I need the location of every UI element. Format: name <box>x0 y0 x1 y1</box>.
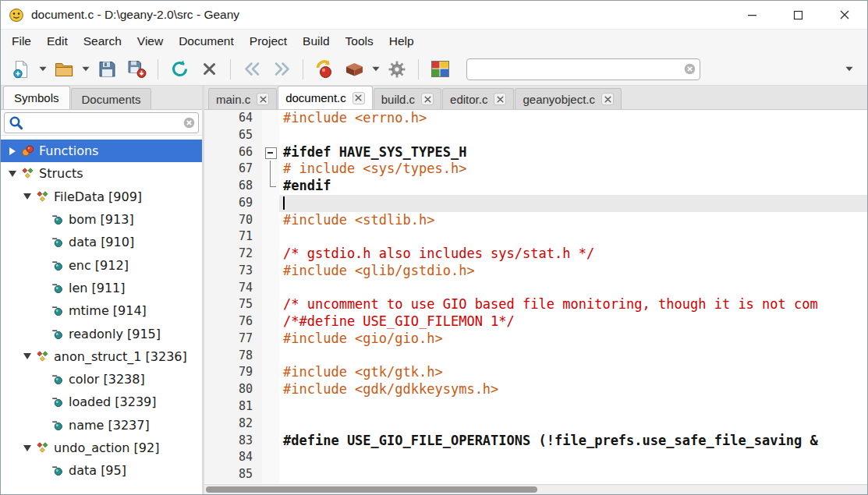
title-bar[interactable]: document.c - D:\geany-2.0\src - Geany <box>1 1 867 30</box>
code-line[interactable]: 74 <box>204 280 867 297</box>
expander-icon[interactable] <box>5 144 19 157</box>
symbol-tree-item[interactable]: enc [912] <box>1 253 202 276</box>
build-button[interactable] <box>340 56 368 83</box>
document-tab[interactable]: editor.c <box>442 88 514 109</box>
symbol-tree-item[interactable]: mtime [914] <box>1 299 202 322</box>
expander-icon[interactable] <box>20 190 34 203</box>
menu-item-document[interactable]: Document <box>171 32 242 51</box>
save-button[interactable] <box>93 56 121 83</box>
code-line[interactable]: 76/*#define USE_GIO_FILEMON 1*/ <box>204 313 867 331</box>
sidebar-tab-symbols[interactable]: Symbols <box>3 86 70 109</box>
line-number: 73 <box>204 263 262 280</box>
code-line[interactable]: 65 <box>204 127 867 144</box>
tab-close-icon[interactable] <box>494 93 506 105</box>
code-line[interactable]: 71 <box>204 228 867 246</box>
symbol-tree-item[interactable]: undo_action [92] <box>1 437 202 459</box>
menu-item-view[interactable]: View <box>129 32 171 51</box>
code-line[interactable]: 77#include <gio/gio.h> <box>204 331 867 348</box>
menu-item-help[interactable]: Help <box>381 32 422 51</box>
scrollbar-thumb[interactable] <box>206 486 537 493</box>
horizontal-scrollbar[interactable] <box>204 484 867 494</box>
menu-item-tools[interactable]: Tools <box>338 32 381 51</box>
code-line[interactable]: 64#include <errno.h> <box>204 110 867 127</box>
symbol-tree-item[interactable]: Functions <box>1 140 202 162</box>
fold-marker[interactable] <box>262 178 279 195</box>
tab-close-icon[interactable] <box>601 93 614 105</box>
open-folder-button[interactable] <box>50 56 78 83</box>
symbol-tree-item[interactable]: FileData [909] <box>1 186 202 208</box>
fold-marker[interactable] <box>262 144 279 161</box>
symbol-tree-item[interactable]: data [910] <box>1 231 202 253</box>
close-button[interactable] <box>821 1 867 29</box>
code-line[interactable]: 80#include <gdk/gdkkeysyms.h> <box>204 381 867 398</box>
menu-item-project[interactable]: Project <box>242 32 295 51</box>
clear-search-icon[interactable] <box>684 63 696 75</box>
code-line[interactable]: 67# include <sys/types.h> <box>204 161 867 178</box>
revert-button[interactable] <box>165 56 193 83</box>
toolbar-separator <box>158 59 158 80</box>
code-line[interactable]: 72/* gstdio.h also includes sys/stat.h *… <box>204 246 867 263</box>
execute-button[interactable] <box>383 56 411 83</box>
tab-close-icon[interactable] <box>257 93 269 105</box>
toolbar-search-input[interactable] <box>466 58 700 80</box>
document-tab[interactable]: build.c <box>374 88 441 109</box>
symbol-label: readonly [915] <box>69 327 161 341</box>
expander-icon[interactable] <box>20 350 34 363</box>
save-all-button[interactable] <box>122 56 151 83</box>
tab-label: build.c <box>381 93 415 106</box>
code-line[interactable]: 84 <box>204 449 867 466</box>
code-line[interactable]: 68#endif <box>204 178 867 195</box>
toolbar-dropdown-arrow[interactable] <box>80 56 91 83</box>
code-line[interactable]: 83#define USE_GIO_FILE_OPERATIONS (!file… <box>204 433 867 450</box>
document-new-button[interactable] <box>7 56 35 83</box>
fold-margin <box>262 415 279 433</box>
symbol-tree-item[interactable]: bom [913] <box>1 208 202 231</box>
fold-marker[interactable] <box>262 161 279 178</box>
expander-icon[interactable] <box>20 441 34 454</box>
menu-item-file[interactable]: File <box>4 32 39 51</box>
symbol-tree-item[interactable]: loaded [3239] <box>1 391 202 413</box>
code-line[interactable]: 73#include <glib/gstdio.h> <box>204 263 867 280</box>
toolbar-dropdown-arrow[interactable] <box>370 56 381 83</box>
symbol-tree-item[interactable]: color [3238] <box>1 368 202 391</box>
sidebar-tab-documents[interactable]: Documents <box>71 88 152 109</box>
tab-close-icon[interactable] <box>421 93 434 105</box>
code-line[interactable]: 75/* uncomment to use GIO based file mon… <box>204 296 867 313</box>
line-number: 74 <box>204 280 262 297</box>
code-area[interactable]: 64#include <errno.h>6566#ifdef HAVE_SYS_… <box>204 110 867 484</box>
symbol-tree-item[interactable]: name [3237] <box>1 414 202 437</box>
code-line[interactable]: 79#include <gtk/gtk.h> <box>204 364 867 381</box>
color-chooser-button[interactable] <box>426 56 454 83</box>
menu-item-build[interactable]: Build <box>295 32 337 51</box>
symbol-tree-item[interactable]: readonly [915] <box>1 322 202 345</box>
symbol-tree-item[interactable]: len [911] <box>1 277 202 299</box>
code-line[interactable]: 82 <box>204 415 867 433</box>
fold-margin <box>262 313 279 331</box>
clear-filter-icon[interactable] <box>183 117 195 129</box>
toolbar-dropdown-arrow[interactable] <box>37 56 48 83</box>
menu-item-search[interactable]: Search <box>76 32 129 51</box>
symbol-tree-item[interactable]: data [95] <box>1 459 202 482</box>
document-tab[interactable]: main.c <box>208 88 277 109</box>
code-line[interactable]: 81 <box>204 398 867 415</box>
code-line[interactable]: 70#include <stdlib.h> <box>204 212 867 229</box>
document-tab[interactable]: document.c <box>278 86 373 109</box>
tab-close-icon[interactable] <box>353 92 365 104</box>
maximize-button[interactable] <box>775 1 821 29</box>
document-tab[interactable]: geanyobject.c <box>515 88 622 109</box>
symbol-filter-input[interactable] <box>4 112 199 133</box>
close-document-button[interactable] <box>195 56 223 83</box>
code-line[interactable]: 69 <box>204 195 867 212</box>
nav-back-button[interactable] <box>238 56 266 83</box>
menu-item-edit[interactable]: Edit <box>39 32 76 51</box>
minimize-button[interactable] <box>729 1 775 29</box>
symbol-tree-item[interactable]: Structs <box>1 162 202 185</box>
code-line[interactable]: 78 <box>204 348 867 365</box>
code-line[interactable]: 85 <box>204 466 867 483</box>
expander-icon[interactable] <box>5 167 19 180</box>
symbol-tree-item[interactable]: anon_struct_1 [3236] <box>1 345 202 368</box>
compile-button[interactable] <box>310 56 338 83</box>
toolbar-overflow-button[interactable] <box>839 56 859 83</box>
nav-forward-button[interactable] <box>267 56 296 83</box>
code-line[interactable]: 66#ifdef HAVE_SYS_TYPES_H <box>204 144 867 161</box>
